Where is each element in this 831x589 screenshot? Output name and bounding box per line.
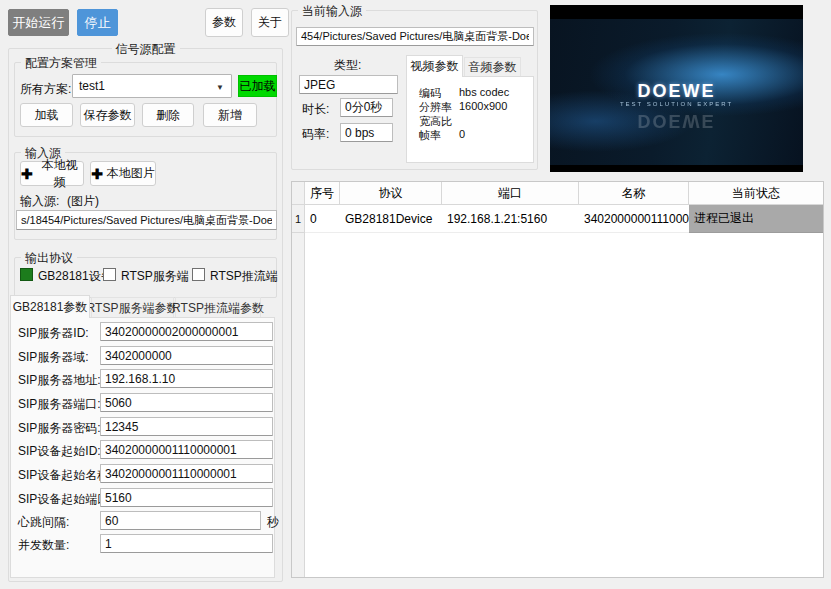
sip-device-start-name-input[interactable] <box>100 464 273 483</box>
sip-server-domain-input[interactable] <box>100 346 273 365</box>
input-source-label: 输入源: <box>20 193 59 210</box>
gb28181-device-checkbox[interactable] <box>20 268 33 281</box>
scheme-group-title: 配置方案管理 <box>21 55 101 72</box>
rtsp-push-label: RTSP推流端 <box>210 268 278 285</box>
loaded-status-badge: 已加载 <box>238 75 277 97</box>
table-corner-cell <box>292 182 305 205</box>
local-video-button[interactable]: ✚ 本地视频 <box>20 161 84 186</box>
col-header-index[interactable]: 序号 <box>305 182 340 205</box>
sip-server-port-input[interactable] <box>100 393 273 412</box>
doewe-logo: DOEWE <box>550 81 803 102</box>
tab-gb28181-params[interactable]: GB28181参数 <box>10 295 90 318</box>
current-input-title: 当前输入源 <box>298 3 366 20</box>
params-button[interactable]: 参数 <box>205 8 243 37</box>
cell-status[interactable]: 进程已退出 <box>689 205 823 233</box>
tab-rtsp-push-params[interactable]: RTSP推流端参数 <box>175 297 261 318</box>
aspect-ratio-label: 宽高比 <box>419 114 452 129</box>
save-params-button[interactable]: 保存参数 <box>80 103 135 127</box>
sip-server-id-label: SIP服务器ID: <box>18 325 89 342</box>
about-button[interactable]: 关于 <box>251 8 289 37</box>
type-label: 类型: <box>334 57 361 74</box>
preview-image: DOEWE TEST SOLUTION EXPERT DOEWE <box>550 19 803 165</box>
doewe-tagline: TEST SOLUTION EXPERT <box>550 101 803 107</box>
start-run-button[interactable]: 开始运行 <box>8 9 69 36</box>
concurrency-input[interactable] <box>100 534 273 553</box>
bitrate-value-input[interactable] <box>340 123 393 142</box>
bitrate-label: 码率: <box>302 126 329 143</box>
sip-device-start-id-label: SIP设备起始ID: <box>18 443 101 460</box>
codec-value: hbs codec <box>459 86 509 98</box>
cell-name[interactable]: 3402000000111000... <box>579 205 689 233</box>
load-button[interactable]: 加载 <box>20 103 73 127</box>
row-header[interactable]: 1 <box>292 205 305 233</box>
sip-server-id-input[interactable] <box>100 322 273 341</box>
col-header-port[interactable]: 端口 <box>442 182 579 205</box>
rtsp-server-checkbox[interactable] <box>103 268 116 281</box>
doewe-logo-reflection: DOEWE <box>550 110 803 131</box>
local-video-label: 本地视频 <box>37 157 83 191</box>
local-image-label: 本地图片 <box>107 165 155 182</box>
concurrency-label: 并发数量: <box>18 537 69 554</box>
sip-server-address-input[interactable] <box>100 369 273 388</box>
stop-button[interactable]: 停止 <box>77 9 118 36</box>
sip-server-domain-label: SIP服务器域: <box>18 349 89 366</box>
local-image-button[interactable]: ✚ 本地图片 <box>90 161 156 186</box>
heartbeat-interval-label: 心跳间隔: <box>18 514 69 531</box>
sip-device-start-port-label: SIP设备起始端口: <box>18 491 113 508</box>
framerate-value: 0 <box>459 128 465 140</box>
type-value-input[interactable] <box>299 75 398 94</box>
sip-server-password-label: SIP服务器密码: <box>18 420 101 437</box>
codec-label: 编码 <box>419 86 441 101</box>
row-header-strip <box>292 233 305 577</box>
resolution-label: 分辨率 <box>419 100 452 115</box>
sip-device-start-id-input[interactable] <box>100 440 273 459</box>
tab-video-params[interactable]: 视频参数 <box>406 55 463 77</box>
resolution-value: 1600x900 <box>459 100 507 112</box>
video-params-panel: 编码 hbs codec 分辨率 1600x900 宽高比 帧率 0 <box>406 76 534 163</box>
framerate-label: 帧率 <box>419 128 441 143</box>
input-source-path[interactable] <box>16 210 277 230</box>
rtsp-push-checkbox[interactable] <box>192 268 205 281</box>
sip-device-start-name-label: SIP设备起始名称: <box>18 467 113 484</box>
sip-server-password-input[interactable] <box>100 417 273 436</box>
sip-device-start-port-input[interactable] <box>100 488 273 507</box>
cell-index[interactable]: 0 <box>305 205 340 233</box>
duration-value-input[interactable] <box>340 98 393 117</box>
plus-icon: ✚ <box>21 167 33 181</box>
scheme-select[interactable]: test1 ▼ <box>72 74 232 98</box>
delete-button[interactable]: 删除 <box>142 103 194 127</box>
scheme-selected-value: test1 <box>79 79 105 93</box>
add-button[interactable]: 新增 <box>203 103 257 127</box>
chevron-down-icon: ▼ <box>216 83 224 92</box>
input-source-kind: (图片) <box>67 193 99 210</box>
current-input-path[interactable] <box>296 27 534 46</box>
cell-port[interactable]: 192.168.1.21:5160 <box>442 205 579 233</box>
heartbeat-unit-label: 秒 <box>267 514 279 531</box>
col-header-status[interactable]: 当前状态 <box>689 182 823 205</box>
col-header-protocol[interactable]: 协议 <box>340 182 442 205</box>
signal-config-title: 信号源配置 <box>112 41 180 58</box>
tab-rtsp-server-params[interactable]: RTSP服务端参数 <box>91 297 174 318</box>
app-window: 开始运行 停止 参数 关于 信号源配置 配置方案管理 所有方案: test1 ▼… <box>0 0 831 589</box>
output-protocol-title: 输出协议 <box>21 250 77 267</box>
sip-server-address-label: SIP服务器地址: <box>18 372 101 389</box>
all-schemes-label: 所有方案: <box>20 81 71 98</box>
video-preview: DOEWE TEST SOLUTION EXPERT DOEWE <box>550 5 803 172</box>
sip-server-port-label: SIP服务器端口: <box>18 396 101 413</box>
col-header-name[interactable]: 名称 <box>579 182 689 205</box>
plus-icon: ✚ <box>91 167 103 181</box>
duration-label: 时长: <box>302 101 329 118</box>
cell-protocol[interactable]: GB28181Device <box>340 205 442 233</box>
gb28181-device-label: GB28181设备 <box>38 268 113 285</box>
device-table: 序号 协议 端口 名称 当前状态 1 0 GB28181Device 192.1… <box>291 181 824 578</box>
heartbeat-interval-input[interactable] <box>100 511 261 530</box>
rtsp-server-label: RTSP服务端 <box>121 268 189 285</box>
tab-audio-params[interactable]: 音频参数 <box>464 57 521 77</box>
